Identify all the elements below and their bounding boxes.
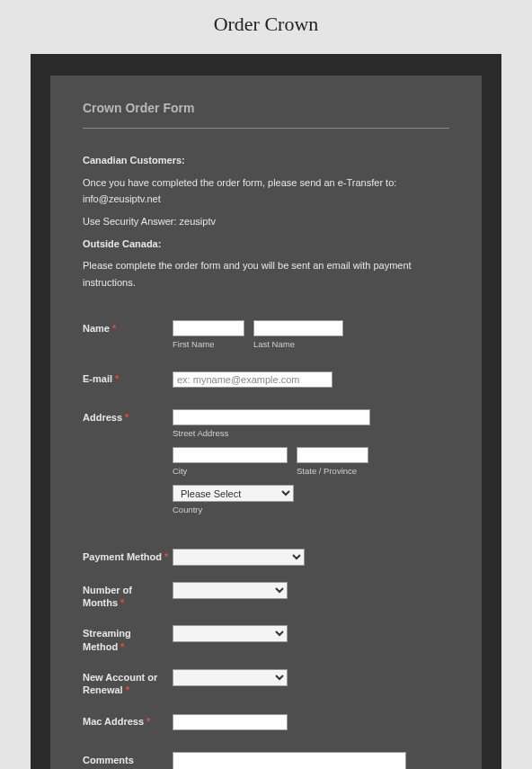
row-payment: Payment Method*	[83, 549, 449, 566]
city-sublabel: City	[173, 466, 288, 476]
row-account: New Account or Renewal*	[83, 669, 449, 697]
street-input[interactable]	[173, 409, 370, 425]
canadian-line: Once you have completed the order form, …	[83, 174, 449, 208]
months-select[interactable]	[173, 582, 288, 599]
row-email: E-mail*	[83, 371, 449, 388]
outside-line: Please complete the order form and you w…	[83, 257, 449, 291]
info-block: Canadian Customers: Once you have comple…	[83, 152, 449, 291]
label-address: Address*	[83, 409, 173, 424]
first-name-input[interactable]	[173, 320, 244, 336]
row-months: Number of Months*	[83, 582, 449, 610]
label-mac: Mac Address*	[83, 713, 173, 728]
country-select[interactable]: Please Select	[173, 485, 294, 502]
outside-heading: Outside Canada:	[83, 236, 449, 253]
canadian-heading: Canadian Customers:	[83, 152, 449, 169]
comments-textarea[interactable]	[173, 752, 406, 769]
row-comments: Comments	[83, 752, 449, 769]
label-months: Number of Months*	[83, 582, 173, 610]
row-name: Name* First Name Last Name	[83, 320, 449, 349]
country-sublabel: Country	[173, 505, 449, 514]
form-title: Crown Order Form	[83, 101, 449, 115]
city-input[interactable]	[173, 447, 288, 463]
email-input[interactable]	[173, 371, 332, 388]
row-mac: Mac Address*	[83, 713, 449, 730]
street-sublabel: Street Address	[173, 428, 449, 438]
label-email: E-mail*	[83, 371, 173, 385]
payment-select[interactable]	[173, 549, 305, 566]
label-account: New Account or Renewal*	[83, 669, 173, 697]
label-name: Name*	[83, 320, 173, 335]
label-streaming: Streaming Method*	[83, 625, 173, 653]
form-card: Crown Order Form Canadian Customers: Onc…	[31, 54, 501, 769]
row-streaming: Streaming Method*	[83, 625, 449, 653]
security-line: Use Security Answer: zeusiptv	[83, 213, 449, 230]
divider	[83, 128, 449, 129]
form-inner: Crown Order Form Canadian Customers: Onc…	[50, 76, 482, 769]
label-payment: Payment Method*	[83, 549, 173, 563]
last-name-sublabel: Last Name	[253, 339, 343, 349]
row-address: Address* Street Address City State / Pro…	[83, 409, 449, 514]
streaming-select[interactable]	[173, 625, 288, 642]
last-name-input[interactable]	[253, 320, 343, 336]
first-name-sublabel: First Name	[173, 339, 244, 349]
mac-input[interactable]	[173, 714, 288, 730]
account-select[interactable]	[173, 669, 288, 686]
page-title: Order Crown	[0, 0, 532, 54]
state-sublabel: State / Province	[297, 466, 368, 476]
label-comments: Comments	[83, 752, 173, 766]
state-input[interactable]	[297, 447, 368, 463]
